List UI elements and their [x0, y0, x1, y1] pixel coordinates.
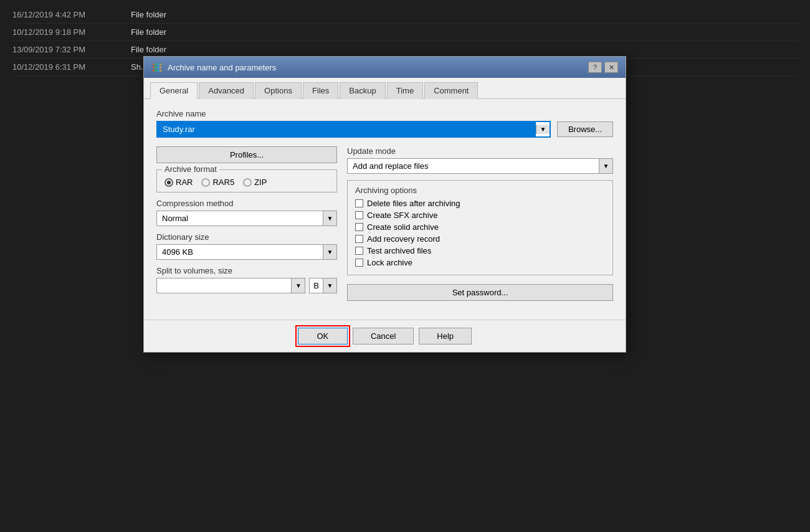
compression-dropdown[interactable]: Normal ▼: [156, 211, 337, 226]
option-create-sfx[interactable]: Create SFX archive: [355, 211, 605, 220]
checkbox-lock-archive: [355, 259, 363, 267]
option-lock-archive[interactable]: Lock archive: [355, 258, 605, 267]
set-password-button[interactable]: Set password...: [347, 284, 613, 301]
update-mode-dropdown[interactable]: Add and replace files ▼: [347, 158, 613, 174]
dictionary-value: 4096 KB: [157, 245, 323, 259]
update-mode-value: Add and replace files: [348, 159, 599, 173]
tab-files[interactable]: Files: [303, 82, 338, 99]
split-section: Split to volumes, size ▼ B ▼: [156, 266, 337, 293]
archive-name-dropdown[interactable]: ▼: [536, 125, 550, 134]
checkbox-add-recovery: [355, 235, 363, 243]
option-add-recovery[interactable]: Add recovery record: [355, 234, 605, 244]
compression-section: Compression method Normal ▼: [156, 199, 337, 226]
rar-icon: [151, 62, 163, 73]
unit-value: B: [310, 278, 323, 293]
checkbox-create-solid: [355, 223, 363, 231]
compression-label: Compression method: [156, 199, 337, 208]
tab-advanced[interactable]: Advanced: [199, 82, 254, 99]
split-dropdown-arrow[interactable]: ▼: [291, 278, 305, 293]
archive-name-input[interactable]: [158, 122, 536, 136]
update-mode-section: Update mode Add and replace files ▼: [347, 146, 613, 174]
radio-zip-circle: [243, 178, 252, 187]
tab-time[interactable]: Time: [387, 82, 423, 99]
radio-rar5[interactable]: RAR5: [201, 178, 234, 187]
cancel-button[interactable]: Cancel: [353, 328, 414, 344]
close-button[interactable]: ✕: [604, 62, 618, 73]
archive-format-label: Archive format: [162, 164, 219, 174]
help-title-button[interactable]: ?: [588, 62, 602, 73]
archive-format-group: Archive format RAR RAR5 ZIP: [156, 169, 337, 192]
dictionary-arrow[interactable]: ▼: [323, 245, 336, 259]
dialog-title: Archive name and parameters: [168, 63, 276, 72]
dictionary-section: Dictionary size 4096 KB ▼: [156, 232, 337, 260]
tab-backup[interactable]: Backup: [340, 82, 385, 99]
radio-zip[interactable]: ZIP: [243, 178, 267, 187]
archiving-options-group: Archiving options Delete files after arc…: [347, 180, 613, 275]
profiles-button[interactable]: Profiles...: [156, 146, 337, 163]
checkbox-test-archived: [355, 247, 363, 255]
bg-row: 10/12/2019 9:18 PM File folder: [12, 24, 798, 41]
bg-row: 16/12/2019 4:42 PM File folder: [12, 6, 798, 24]
tab-comment[interactable]: Comment: [424, 82, 478, 99]
title-bar: Archive name and parameters ? ✕: [144, 57, 626, 78]
dialog-footer: OK Cancel Help: [144, 320, 626, 352]
dialog-body: Archive name ▼ Browse... Profiles... Arc…: [144, 99, 626, 320]
help-button[interactable]: Help: [419, 328, 472, 344]
checkbox-create-sfx: [355, 211, 363, 219]
browse-button[interactable]: Browse...: [557, 121, 613, 137]
unit-box[interactable]: B ▼: [309, 278, 337, 293]
dictionary-label: Dictionary size: [156, 232, 337, 242]
dictionary-dropdown[interactable]: 4096 KB ▼: [156, 244, 337, 260]
archive-name-field[interactable]: ▼: [156, 121, 551, 138]
update-mode-arrow[interactable]: ▼: [599, 159, 612, 173]
ok-button[interactable]: OK: [298, 328, 348, 344]
archive-name-label: Archive name: [156, 109, 613, 118]
option-delete-after[interactable]: Delete files after archiving: [355, 199, 605, 208]
tab-options[interactable]: Options: [255, 82, 302, 99]
split-value: [157, 283, 291, 288]
compression-arrow[interactable]: ▼: [323, 211, 336, 226]
radio-rar-circle: [164, 178, 173, 187]
unit-arrow[interactable]: ▼: [323, 278, 336, 293]
tab-general[interactable]: General: [150, 82, 198, 99]
checkbox-delete-after: [355, 199, 363, 207]
tab-bar: General Advanced Options Files Backup Ti…: [144, 78, 626, 99]
option-create-solid[interactable]: Create solid archive: [355, 222, 605, 232]
split-label: Split to volumes, size: [156, 266, 337, 275]
radio-rar5-circle: [201, 178, 210, 187]
option-test-archived[interactable]: Test archived files: [355, 246, 605, 255]
split-input[interactable]: ▼: [156, 278, 305, 293]
radio-rar[interactable]: RAR: [164, 178, 193, 187]
compression-value: Normal: [157, 211, 323, 226]
archive-dialog: Archive name and parameters ? ✕ General …: [143, 56, 626, 353]
archiving-options-title: Archiving options: [355, 186, 605, 195]
archive-name-section: Archive name ▼ Browse...: [156, 109, 613, 138]
update-mode-label: Update mode: [347, 146, 613, 156]
